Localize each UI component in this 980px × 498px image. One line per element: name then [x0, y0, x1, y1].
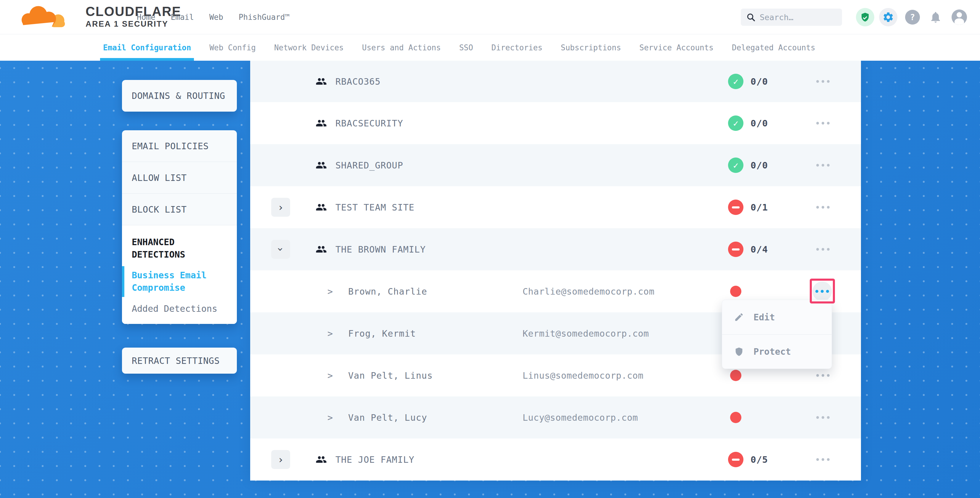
nav-email[interactable]: Email: [171, 13, 194, 22]
row-actions-menu: Edit Protect: [722, 300, 832, 369]
table-row: RBACO365 ✓ 0/0: [250, 61, 861, 102]
tab-directories[interactable]: Directories: [492, 34, 542, 61]
member-name: Van Pelt, Linus: [348, 371, 433, 381]
member-name: Van Pelt, Lucy: [348, 412, 427, 423]
check-icon: ✓: [733, 160, 738, 170]
row-actions-button-active[interactable]: [813, 282, 832, 301]
member-email: Kermit@somedemocorp.com: [523, 328, 649, 339]
member-marker: >: [328, 286, 333, 297]
row-actions-button[interactable]: [813, 119, 832, 127]
shield-check-icon: [860, 12, 870, 22]
minus-icon: [732, 248, 740, 250]
row-actions-button[interactable]: [813, 203, 832, 212]
table-row: › TEST TEAM SITE 0/1: [250, 186, 861, 228]
group-name: SHARED_GROUP: [336, 160, 403, 170]
chevron-right-icon: ›: [278, 202, 284, 212]
check-icon: ✓: [733, 76, 738, 87]
shield-icon: [734, 347, 744, 357]
tab-subscriptions[interactable]: Subscriptions: [561, 34, 621, 61]
protection-count: 0/0: [751, 160, 768, 170]
group-icon: [316, 454, 327, 465]
member-email: Charlie@somedemocorp.com: [523, 286, 654, 297]
status-badge-unprotected: [728, 242, 743, 257]
tab-email-configuration[interactable]: Email Configuration: [103, 34, 191, 61]
member-email: Lucy@somedemocorp.com: [523, 412, 638, 423]
status-dot-unprotected: [730, 412, 741, 423]
table-row: > Van Pelt, Lucy Lucy@somedemocorp.com: [250, 396, 861, 439]
sidebar-item-added-detections[interactable]: Added Detections: [122, 304, 237, 314]
help-button[interactable]: ?: [905, 10, 920, 25]
top-navigation: Home Email Web PhishGuard™: [137, 0, 290, 34]
row-actions-button[interactable]: [813, 245, 832, 254]
member-marker: >: [328, 328, 333, 339]
row-actions-button[interactable]: [813, 77, 832, 86]
tab-service-accounts[interactable]: Service Accounts: [640, 34, 714, 61]
search-box[interactable]: [741, 9, 842, 26]
tab-web-config[interactable]: Web Config: [209, 34, 256, 61]
status-badge-protected: ✓: [728, 116, 743, 131]
status-badge-protected: ✓: [728, 74, 743, 89]
status-dot-unprotected: [730, 370, 741, 381]
group-icon: [316, 76, 327, 87]
member-marker: >: [328, 371, 333, 381]
search-input[interactable]: [760, 13, 834, 22]
protection-count: 0/4: [751, 244, 768, 255]
group-icon: [316, 202, 327, 213]
expand-group-button[interactable]: ›: [271, 450, 290, 469]
minus-icon: [732, 458, 740, 461]
nav-home[interactable]: Home: [137, 13, 156, 22]
sidebar-item-block-list[interactable]: BLOCK LIST: [122, 194, 237, 225]
group-name: RBACO365: [336, 76, 381, 87]
question-icon: ?: [905, 10, 920, 25]
tab-delegated-accounts[interactable]: Delegated Accounts: [732, 34, 815, 61]
chevron-down-icon: ›: [276, 246, 286, 252]
tab-sso[interactable]: SSO: [459, 34, 473, 61]
bell-icon: [929, 11, 942, 24]
tab-network-devices[interactable]: Network Devices: [274, 34, 344, 61]
sidebar-item-allow-list[interactable]: ALLOW LIST: [122, 162, 237, 194]
menu-item-edit[interactable]: Edit: [722, 300, 832, 334]
collapse-group-button[interactable]: ›: [271, 240, 290, 259]
search-icon: [746, 13, 756, 22]
row-actions-button[interactable]: [813, 371, 832, 380]
row-actions-button[interactable]: [813, 161, 832, 170]
table-row: › THE BROWN FAMILY 0/4: [250, 228, 861, 270]
member-marker: >: [328, 412, 333, 423]
minus-icon: [732, 206, 740, 208]
row-actions-button[interactable]: [813, 413, 832, 422]
group-icon: [316, 243, 327, 255]
row-actions-button[interactable]: [813, 455, 832, 464]
group-name: THE JOE FAMILY: [336, 455, 415, 465]
sidebar-item-email-policies[interactable]: EMAIL POLICIES: [122, 130, 237, 162]
notifications-button[interactable]: [929, 11, 942, 24]
sidebar-card-retract-settings[interactable]: RETRACT SETTINGS: [122, 348, 237, 374]
sidebar-card-domains-routing[interactable]: DOMAINS & ROUTING: [122, 80, 237, 111]
avatar: [951, 10, 967, 25]
nav-web[interactable]: Web: [209, 13, 223, 22]
sidebar-item-enhanced-detections[interactable]: ENHANCED DETECTIONS: [122, 236, 229, 261]
protection-count: 0/1: [751, 202, 768, 213]
status-badge-unprotected: [728, 200, 743, 215]
group-icon: [316, 159, 327, 171]
groups-table: RBACO365 ✓ 0/0 RBACSECURITY ✓ 0/0 SHARED…: [250, 61, 861, 480]
protection-count: 0/0: [751, 118, 768, 129]
account-button[interactable]: [951, 10, 967, 25]
status-badge-protected: ✓: [728, 158, 743, 173]
security-status-button[interactable]: [856, 8, 874, 26]
sidebar-item-business-email-compromise[interactable]: Business Email Compromise: [122, 266, 237, 297]
expand-group-button[interactable]: ›: [271, 198, 290, 217]
group-name: RBACSECURITY: [336, 118, 403, 129]
status-badge-unprotected: [728, 452, 743, 467]
group-icon: [316, 118, 327, 129]
menu-item-protect[interactable]: Protect: [722, 334, 832, 369]
group-name: THE BROWN FAMILY: [336, 244, 426, 255]
app-header: CLOUDFLARE AREA 1 SECURITY Home Email We…: [0, 0, 980, 34]
gear-icon: [882, 11, 894, 23]
protection-count: 0/0: [751, 76, 768, 87]
sidebar-item-domains-routing: DOMAINS & ROUTING: [132, 91, 225, 101]
chevron-right-icon: ›: [278, 455, 284, 465]
tab-users-and-actions[interactable]: Users and Actions: [362, 34, 441, 61]
settings-button[interactable]: [879, 8, 897, 26]
group-name: TEST TEAM SITE: [336, 202, 415, 213]
nav-phishguard[interactable]: PhishGuard™: [239, 13, 290, 22]
